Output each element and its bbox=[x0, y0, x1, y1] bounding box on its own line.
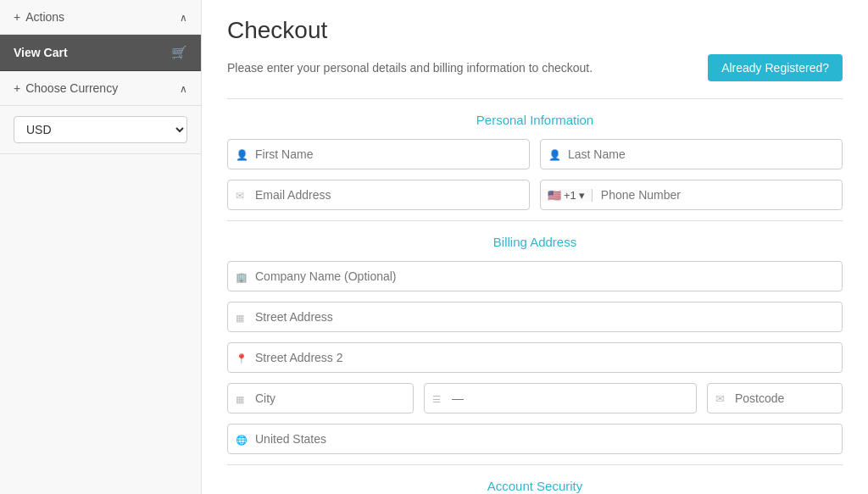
phone-country-flag[interactable]: 🇺🇸 +1 ▾ bbox=[541, 189, 593, 202]
account-security-title: Account Security bbox=[227, 479, 843, 493]
first-name-field bbox=[227, 139, 530, 169]
plus-icon-currency bbox=[14, 81, 20, 95]
city-input[interactable] bbox=[227, 383, 414, 414]
street2-row bbox=[227, 342, 843, 373]
main-content: Checkout Please enter your personal deta… bbox=[202, 0, 868, 494]
page-title: Checkout bbox=[227, 17, 843, 44]
city-field bbox=[227, 383, 414, 414]
page-subtitle: Please enter your personal details and b… bbox=[227, 61, 593, 75]
map-marker-icon bbox=[236, 352, 248, 364]
dropdown-arrow: ▾ bbox=[579, 189, 585, 202]
currency-select[interactable]: USD EUR GBP CAD AUD bbox=[14, 116, 187, 143]
billing-address-title: Billing Address bbox=[227, 235, 843, 249]
cart-icon bbox=[171, 45, 187, 60]
postcode-icon: ✉ bbox=[715, 392, 725, 405]
personal-info-row2: 🇺🇸 +1 ▾ bbox=[227, 180, 843, 210]
flag-emoji: 🇺🇸 bbox=[548, 189, 561, 202]
sidebar: Actions View Cart Choose Currency USD EU… bbox=[0, 0, 202, 494]
last-name-field bbox=[540, 139, 843, 169]
user-icon-last bbox=[548, 148, 561, 161]
phone-input[interactable] bbox=[593, 180, 842, 209]
company-input[interactable] bbox=[227, 261, 843, 291]
personal-info-title: Personal Information bbox=[227, 113, 843, 127]
view-cart-label: View Cart bbox=[14, 46, 68, 59]
chevron-up-icon bbox=[180, 10, 187, 24]
email-input[interactable] bbox=[227, 180, 530, 210]
building-icon bbox=[236, 270, 248, 283]
street-row bbox=[227, 302, 843, 332]
city-icon bbox=[236, 392, 244, 405]
subtitle-row: Please enter your personal details and b… bbox=[227, 54, 843, 81]
personal-info-row1 bbox=[227, 139, 843, 169]
user-icon bbox=[236, 148, 248, 161]
street-field bbox=[227, 302, 843, 332]
already-registered-button[interactable]: Already Registered? bbox=[708, 54, 843, 81]
choose-currency-label: Choose Currency bbox=[25, 81, 118, 95]
divider-personal bbox=[227, 98, 843, 99]
city-state-row: ✉ bbox=[227, 383, 843, 414]
filter-icon bbox=[432, 392, 441, 405]
country-field bbox=[227, 424, 843, 454]
country-row bbox=[227, 424, 843, 454]
street-input[interactable] bbox=[227, 302, 843, 332]
globe-icon bbox=[236, 433, 248, 446]
actions-label: Actions bbox=[25, 10, 64, 24]
phone-field: 🇺🇸 +1 ▾ bbox=[540, 180, 843, 210]
postcode-input[interactable] bbox=[707, 383, 843, 414]
last-name-input[interactable] bbox=[540, 139, 843, 169]
envelope-icon bbox=[236, 189, 244, 202]
country-code: +1 bbox=[564, 189, 576, 202]
state-input[interactable] bbox=[424, 383, 697, 414]
currency-section: USD EUR GBP CAD AUD bbox=[0, 106, 201, 154]
divider-security bbox=[227, 464, 843, 465]
street2-input[interactable] bbox=[227, 342, 843, 373]
divider-billing bbox=[227, 220, 843, 221]
road-icon bbox=[236, 311, 244, 324]
company-row bbox=[227, 261, 843, 291]
email-field bbox=[227, 180, 530, 210]
postcode-field: ✉ bbox=[707, 383, 843, 414]
company-field bbox=[227, 261, 843, 291]
chevron-up-currency-icon bbox=[180, 81, 187, 95]
phone-row: 🇺🇸 +1 ▾ bbox=[540, 180, 843, 210]
view-cart-item[interactable]: View Cart bbox=[0, 35, 201, 71]
street2-field bbox=[227, 342, 843, 373]
choose-currency-header[interactable]: Choose Currency bbox=[0, 71, 201, 106]
actions-header[interactable]: Actions bbox=[0, 0, 201, 35]
country-input[interactable] bbox=[227, 424, 843, 454]
first-name-input[interactable] bbox=[227, 139, 530, 169]
plus-icon bbox=[14, 10, 20, 24]
state-field bbox=[424, 383, 697, 414]
